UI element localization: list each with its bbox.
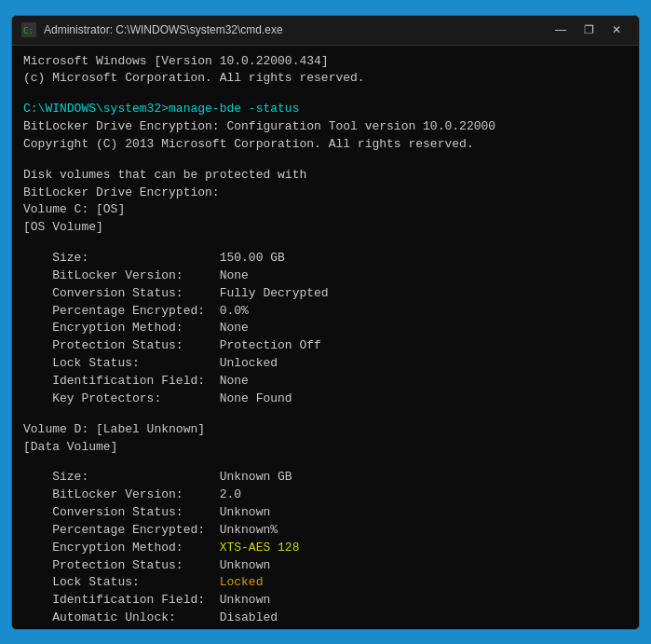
minimize-button[interactable]: —	[548, 20, 574, 40]
maximize-button[interactable]: ❐	[576, 20, 602, 40]
terminal-line: Identification Field: Unknown	[23, 592, 628, 610]
blank-line	[23, 456, 628, 469]
window-title: Administrator: C:\WINDOWS\system32\cmd.e…	[44, 23, 548, 36]
terminal-line: Copyright (C) 2013 Microsoft Corporation…	[23, 136, 628, 154]
title-bar: C: Administrator: C:\WINDOWS\system32\cm…	[12, 16, 639, 46]
terminal-line: Key Protectors:	[23, 627, 628, 629]
terminal-line: [Data Volume]	[23, 439, 628, 457]
close-button[interactable]: ✕	[604, 20, 630, 40]
terminal-line: C:\WINDOWS\system32>manage-bde -status	[23, 101, 628, 118]
terminal-line: Protection Status: Unknown	[23, 557, 628, 575]
line-label: Encryption Method:	[23, 541, 220, 555]
terminal-line: BitLocker Version: 2.0	[23, 486, 628, 504]
terminal-line: Volume D: [Label Unknown]	[23, 421, 628, 439]
window-controls: — ❐ ✕	[548, 20, 630, 40]
terminal-line: Key Protectors: None Found	[23, 391, 628, 408]
cmd-window: C: Administrator: C:\WINDOWS\system32\cm…	[11, 15, 640, 630]
terminal-content[interactable]: Microsoft Windows [Version 10.0.22000.43…	[12, 46, 639, 629]
terminal-line: Percentage Encrypted: 0.0%	[23, 303, 628, 321]
terminal-line: Size: 150.00 GB	[23, 250, 628, 267]
blank-line	[23, 408, 628, 421]
terminal-line: Percentage Encrypted: Unknown%	[23, 522, 628, 540]
terminal-line: Disk volumes that can be protected with	[23, 167, 628, 185]
terminal-line: Size: Unknown GB	[23, 469, 628, 486]
lock-status-value: Locked	[220, 575, 264, 589]
prompt-command: manage-bde -status	[169, 102, 299, 116]
terminal-line: Encryption Method: None	[23, 320, 628, 337]
terminal-line: Lock Status: Unlocked	[23, 355, 628, 373]
cmd-icon: C:	[21, 22, 36, 37]
terminal-line: Conversion Status: Fully Decrypted	[23, 285, 628, 303]
line-label: Lock Status:	[23, 575, 220, 589]
terminal-line: [OS Volume]	[23, 219, 628, 237]
terminal-line: Automatic Unlock: Disabled	[23, 610, 628, 627]
blank-line	[23, 88, 628, 101]
terminal-line: Encryption Method: XTS-AES 128	[23, 540, 628, 557]
terminal-line: Microsoft Windows [Version 10.0.22000.43…	[23, 53, 628, 71]
blank-line	[23, 154, 628, 167]
terminal-line: BitLocker Drive Encryption:	[23, 185, 628, 202]
terminal-line: BitLocker Drive Encryption: Configuratio…	[23, 118, 628, 136]
terminal-line: Protection Status: Protection Off	[23, 337, 628, 355]
prompt-path: C:\WINDOWS\system32>	[23, 102, 169, 116]
terminal-line: Volume C: [OS]	[23, 201, 628, 219]
terminal-line: Lock Status: Locked	[23, 574, 628, 592]
line-value-highlighted: XTS-AES 128	[220, 541, 300, 555]
terminal-line: Identification Field: None	[23, 373, 628, 391]
terminal-line: Conversion Status: Unknown	[23, 504, 628, 522]
terminal-line: BitLocker Version: None	[23, 267, 628, 285]
blank-line	[23, 237, 628, 250]
svg-text:C:: C:	[23, 26, 34, 35]
terminal-line: (c) Microsoft Corporation. All rights re…	[23, 70, 628, 88]
